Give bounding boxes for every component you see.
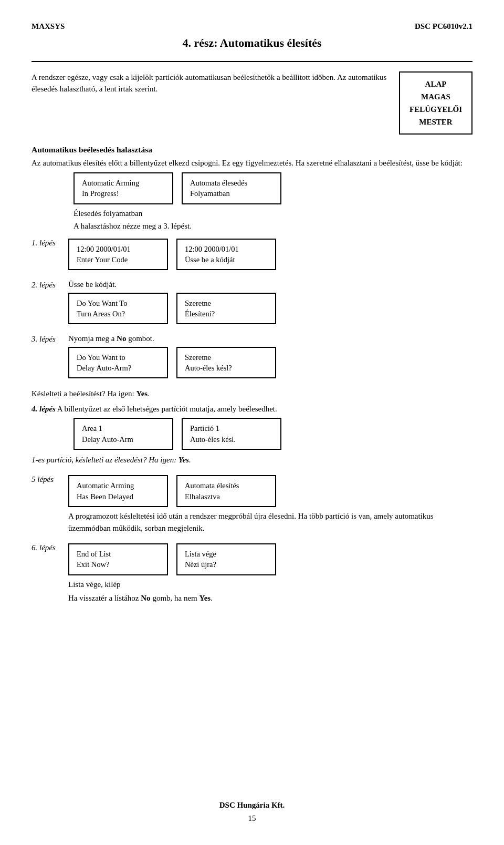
access-level-box: ALAP MAGAS FELÜGYELŐI MESTER	[399, 71, 472, 135]
step4-pre-note: Késlelteti a beélesítést? Ha igen: Yes.	[32, 388, 472, 400]
step2-label: 2. lépés	[32, 279, 68, 291]
step6-label: 6. lépés	[32, 541, 68, 553]
step6-note1: Lista vége, kilép	[68, 579, 472, 591]
step3-no-bold: No	[117, 334, 126, 343]
pre-step-note: Élesedés folyamatban	[74, 208, 472, 220]
display-line1: Automatic Arming	[82, 178, 165, 188]
display-line1: Szeretne	[185, 298, 268, 308]
display-line1: Automata élesedés	[190, 178, 273, 188]
display-line1: 12:00 2000/01/01	[185, 244, 268, 254]
display-line1: 12:00 2000/01/01	[77, 244, 160, 254]
step5-main-container: 5 lépés Automatic Arming Has Been Delaye…	[32, 473, 472, 536]
display-line2: Auto-éles késl.	[190, 434, 273, 445]
display-box-delayed-hu: Automata élesítés Elhalasztva	[176, 475, 276, 507]
display-line1: Automatic Arming	[77, 480, 160, 491]
footer-page: 15	[0, 813, 504, 824]
step5-note: A programozott késleltetési idő után a r…	[68, 510, 472, 534]
step5-sub-note: 1-es partíció, késlelteti az élesedést? …	[32, 454, 257, 466]
step6-container: 6. lépés End of List Exit Now? Lista vég…	[32, 541, 472, 606]
display-line1: Lista vége	[185, 549, 268, 559]
display-box-arming-in-progress-hu: Automata élesedés Folyamatban	[182, 172, 281, 204]
step3-pre-note: Nyomja meg a No gombot.	[68, 333, 472, 345]
section-heading: Automatikus beélesedés halasztása	[32, 144, 472, 156]
display-box-enter-code-en: 12:00 2000/01/01 Enter Your Code	[68, 239, 168, 271]
step2-container: 2. lépés Üsse be kódját. Do You Want To …	[32, 279, 472, 327]
step4-intro: 4. lépés A billentyűzet az első lehetség…	[32, 403, 472, 415]
display-line2: Delay Auto-Arm	[82, 434, 165, 445]
display-line2: Turn Areas On?	[77, 308, 160, 319]
page-header: MAXSYS DSC PC6010v2.1	[32, 21, 472, 32]
access-level-alap: ALAP	[410, 78, 462, 90]
pre-step-note2: A halasztáshoz nézze meg a 3. lépést.	[74, 220, 472, 232]
step6-no-bold: No	[141, 594, 150, 602]
step6-note2: Ha visszatér a listához No gomb, ha nem …	[68, 592, 472, 604]
page-title: 4. rész: Automatikus élesítés	[32, 35, 472, 51]
display-box-turn-areas-hu: Szeretne Élesíteni?	[176, 293, 276, 325]
display-box-delay-arm-hu: Szeretne Auto-éles késl?	[176, 347, 276, 379]
access-level-felugyeloi: FELÜGYELŐI	[410, 103, 462, 116]
step6-content: End of List Exit Now? Lista vége Nézi új…	[68, 541, 472, 606]
step5-content: Automatic Arming Has Been Delayed Automa…	[68, 473, 472, 536]
step6-display-row: End of List Exit Now? Lista vége Nézi új…	[68, 543, 472, 575]
display-box-arming-in-progress-en: Automatic Arming In Progress!	[74, 172, 173, 204]
step3-container: 3. lépés Nyomja meg a No gombot. Do You …	[32, 333, 472, 382]
display-line2: Nézi újra?	[185, 559, 268, 570]
display-line2: Exit Now?	[77, 559, 160, 570]
display-box-delay-arm-en: Do You Want to Delay Auto-Arm?	[68, 347, 168, 379]
step5-label: 5 lépés	[32, 473, 68, 485]
display-line1: Do You Want To	[77, 298, 160, 308]
display-line2: Has Been Delayed	[77, 491, 160, 502]
title-divider	[32, 61, 472, 62]
display-line1: Automata élesítés	[185, 480, 268, 491]
step5-display-row: Automatic Arming Has Been Delayed Automa…	[68, 475, 472, 507]
display-box-enter-code-hu: 12:00 2000/01/01 Üsse be a kódját	[176, 239, 276, 271]
brand-name: MAXSYS	[32, 21, 65, 32]
product-version: DSC PC6010v2.1	[415, 21, 472, 32]
step2-content: Üsse be kódját. Do You Want To Turn Area…	[68, 279, 472, 327]
step1-display-row: 12:00 2000/01/01 Enter Your Code 12:00 2…	[68, 239, 472, 271]
step1-label: 1. lépés	[32, 236, 68, 249]
section-text1: Az automatikus élesítés előtt a billenty…	[32, 157, 472, 169]
step5-area: 1-es partíció, késlelteti az élesedést? …	[32, 453, 257, 468]
access-level-magas: MAGAS	[410, 90, 462, 103]
step5-container: 1-es partíció, késlelteti az élesedést? …	[32, 453, 472, 468]
display-box-turn-areas-en: Do You Want To Turn Areas On?	[68, 293, 168, 325]
step1-content: 12:00 2000/01/01 Enter Your Code 12:00 2…	[68, 236, 472, 274]
access-level-mester: MESTER	[410, 116, 462, 128]
display-line1: Do You Want to	[77, 352, 160, 363]
step4-label: 4. lépés	[32, 405, 56, 413]
display-line2: Üsse be a kódját	[185, 254, 268, 265]
page-footer: DSC Hungária Kft. 15	[0, 800, 504, 824]
step2-display-row: Do You Want To Turn Areas On? Szeretne É…	[68, 293, 472, 325]
display-box-end-list-hu: Lista vége Nézi újra?	[176, 543, 276, 575]
step5-yes-bold: Yes	[178, 456, 189, 464]
step3-display-row: Do You Want to Delay Auto-Arm? Szeretne …	[68, 347, 472, 379]
display-line2: Elhalasztva	[185, 491, 268, 502]
display-box-area1-en: Area 1 Delay Auto-Arm	[74, 418, 173, 450]
display-line2: Enter Your Code	[77, 254, 160, 265]
display-line1: End of List	[77, 549, 160, 559]
pre-step-display-row: Automatic Arming In Progress! Automata é…	[74, 172, 472, 204]
display-line2: Auto-éles késl?	[185, 363, 268, 373]
display-box-end-list-en: End of List Exit Now?	[68, 543, 168, 575]
intro-paragraph: A rendszer egésze, vagy csak a kijelölt …	[32, 71, 399, 95]
step1-container: 1. lépés 12:00 2000/01/01 Enter Your Cod…	[32, 236, 472, 274]
display-line2: Élesíteni?	[185, 308, 268, 319]
step4-section: Késlelteti a beélesítést? Ha igen: Yes. …	[32, 388, 472, 450]
step4-display-row: Area 1 Delay Auto-Arm Partíció 1 Auto-él…	[74, 418, 472, 450]
display-line1: Szeretne	[185, 352, 268, 363]
display-line2: Delay Auto-Arm?	[77, 363, 160, 373]
step4-yes-bold: Yes	[136, 389, 148, 398]
intro-section: A rendszer egésze, vagy csak a kijelölt …	[32, 71, 472, 135]
display-box-area1-hu: Partíció 1 Auto-éles késl.	[182, 418, 281, 450]
display-line1: Partíció 1	[190, 423, 273, 434]
display-line1: Area 1	[82, 423, 165, 434]
footer-company: DSC Hungária Kft.	[0, 800, 504, 811]
step2-pre-note: Üsse be kódját.	[68, 279, 472, 291]
step6-yes-bold: Yes	[200, 594, 211, 602]
display-line2: Folyamatban	[190, 188, 273, 199]
display-line2: In Progress!	[82, 188, 165, 199]
step3-content: Nyomja meg a No gombot. Do You Want to D…	[68, 333, 472, 382]
step3-label: 3. lépés	[32, 333, 68, 345]
display-box-delayed-en: Automatic Arming Has Been Delayed	[68, 475, 168, 507]
